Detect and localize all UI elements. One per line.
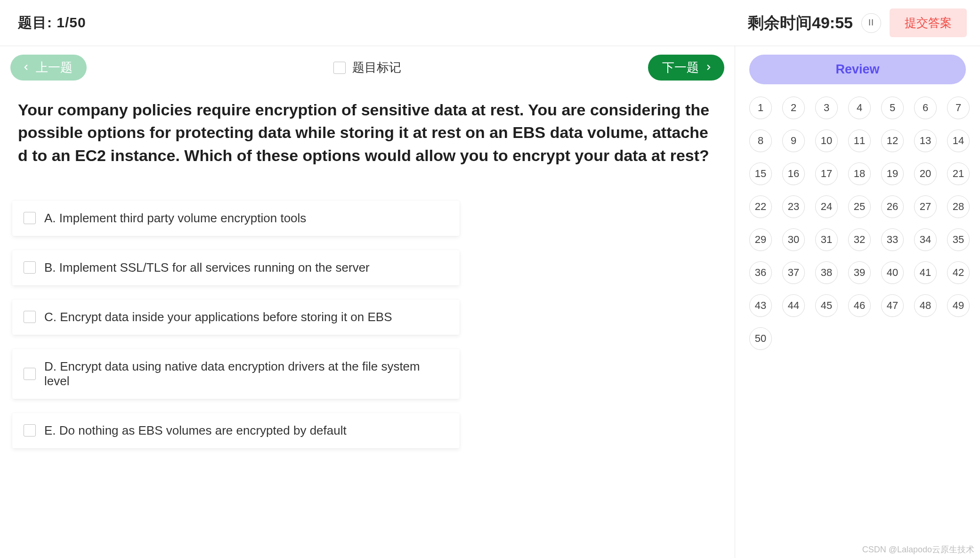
question-number-cell[interactable]: 50 [749, 327, 772, 350]
question-number-cell[interactable]: 21 [947, 162, 970, 185]
question-panel: 上一题 题目标记 下一题 Your company policies requi… [0, 46, 735, 558]
mark-checkbox[interactable] [333, 62, 346, 74]
question-number-cell[interactable]: 5 [881, 97, 904, 119]
question-number-cell[interactable]: 27 [914, 195, 937, 218]
question-number-cell[interactable]: 32 [848, 228, 871, 251]
answer-label: C. Encrypt data inside your applications… [44, 310, 392, 324]
review-panel: Review 123456789101112131415161718192021… [735, 46, 980, 558]
question-number-cell[interactable]: 19 [881, 162, 904, 185]
next-question-button[interactable]: 下一题 [648, 55, 724, 81]
prev-question-button[interactable]: 上一题 [10, 55, 87, 81]
answer-option[interactable]: C. Encrypt data inside your applications… [12, 299, 460, 335]
timer-label: 剩余时间49:55 [748, 12, 853, 34]
question-number-cell[interactable]: 31 [815, 228, 838, 251]
question-number-cell[interactable]: 43 [749, 294, 772, 317]
question-number-cell[interactable]: 26 [881, 195, 904, 218]
question-number-cell[interactable]: 30 [782, 228, 805, 251]
question-number-cell[interactable]: 15 [749, 162, 772, 185]
top-bar: 题目: 1/50 剩余时间49:55 II 提交答案 [0, 0, 980, 46]
question-number-cell[interactable]: 44 [782, 294, 805, 317]
submit-button[interactable]: 提交答案 [890, 8, 967, 37]
answer-checkbox[interactable] [24, 368, 36, 380]
question-number-cell[interactable]: 38 [815, 261, 838, 284]
chevron-right-icon [705, 60, 713, 75]
answer-label: B. Implement SSL/TLS for all services ru… [44, 260, 370, 275]
question-number-cell[interactable]: 4 [848, 97, 871, 119]
answer-option[interactable]: E. Do nothing as EBS volumes are encrypt… [12, 413, 460, 448]
answer-checkbox[interactable] [24, 212, 36, 224]
question-number-cell[interactable]: 49 [947, 294, 970, 317]
question-number-cell[interactable]: 24 [815, 195, 838, 218]
question-number-grid: 1234567891011121314151617181920212223242… [749, 97, 966, 350]
question-number-cell[interactable]: 22 [749, 195, 772, 218]
question-number-cell[interactable]: 40 [881, 261, 904, 284]
question-number-cell[interactable]: 2 [782, 97, 805, 119]
mark-label: 题目标记 [352, 59, 401, 76]
question-number-cell[interactable]: 16 [782, 162, 805, 185]
question-number-cell[interactable]: 35 [947, 228, 970, 251]
pause-button[interactable]: II [861, 13, 881, 33]
answer-label: E. Do nothing as EBS volumes are encrypt… [44, 423, 347, 438]
question-number-cell[interactable]: 28 [947, 195, 970, 218]
question-number-cell[interactable]: 33 [881, 228, 904, 251]
answer-option[interactable]: B. Implement SSL/TLS for all services ru… [12, 250, 460, 285]
question-number-cell[interactable]: 29 [749, 228, 772, 251]
question-number-cell[interactable]: 13 [914, 129, 937, 152]
question-text: Your company policies require encryption… [10, 97, 724, 167]
question-number-cell[interactable]: 1 [749, 97, 772, 119]
question-nav-row: 上一题 题目标记 下一题 [10, 55, 724, 81]
question-number-cell[interactable]: 42 [947, 261, 970, 284]
prev-label: 上一题 [36, 59, 73, 76]
question-number-cell[interactable]: 6 [914, 97, 937, 119]
question-number-cell[interactable]: 18 [848, 162, 871, 185]
mark-question-toggle[interactable]: 题目标记 [333, 59, 401, 76]
answer-list: A. Implement third party volume encrypti… [10, 201, 724, 448]
chevron-left-icon [22, 60, 30, 75]
answer-checkbox[interactable] [24, 261, 36, 274]
question-number-cell[interactable]: 46 [848, 294, 871, 317]
question-number-cell[interactable]: 34 [914, 228, 937, 251]
question-number-cell[interactable]: 48 [914, 294, 937, 317]
answer-label: A. Implement third party volume encrypti… [44, 211, 306, 226]
answer-checkbox[interactable] [24, 311, 36, 323]
question-number-cell[interactable]: 45 [815, 294, 838, 317]
question-number-cell[interactable]: 8 [749, 129, 772, 152]
question-number-cell[interactable]: 36 [749, 261, 772, 284]
question-number-cell[interactable]: 39 [848, 261, 871, 284]
question-number-cell[interactable]: 23 [782, 195, 805, 218]
question-number-cell[interactable]: 20 [914, 162, 937, 185]
answer-checkbox[interactable] [24, 424, 36, 437]
question-number-cell[interactable]: 12 [881, 129, 904, 152]
review-button[interactable]: Review [749, 55, 966, 84]
body-area: 上一题 题目标记 下一题 Your company policies requi… [0, 46, 980, 558]
next-label: 下一题 [662, 59, 699, 76]
answer-option[interactable]: A. Implement third party volume encrypti… [12, 201, 460, 236]
question-number-cell[interactable]: 14 [947, 129, 970, 152]
top-right-controls: 剩余时间49:55 II 提交答案 [748, 8, 967, 37]
question-number-cell[interactable]: 37 [782, 261, 805, 284]
question-number-cell[interactable]: 17 [815, 162, 838, 185]
answer-option[interactable]: D. Encrypt data using native data encryp… [12, 349, 460, 399]
pause-icon: II [868, 18, 874, 28]
question-number-cell[interactable]: 25 [848, 195, 871, 218]
answer-label: D. Encrypt data using native data encryp… [44, 359, 448, 388]
question-number-cell[interactable]: 11 [848, 129, 871, 152]
question-number-cell[interactable]: 3 [815, 97, 838, 119]
question-number-cell[interactable]: 7 [947, 97, 970, 119]
question-number-cell[interactable]: 10 [815, 129, 838, 152]
question-number-cell[interactable]: 9 [782, 129, 805, 152]
question-counter: 题目: 1/50 [18, 13, 86, 32]
question-number-cell[interactable]: 41 [914, 261, 937, 284]
question-number-cell[interactable]: 47 [881, 294, 904, 317]
